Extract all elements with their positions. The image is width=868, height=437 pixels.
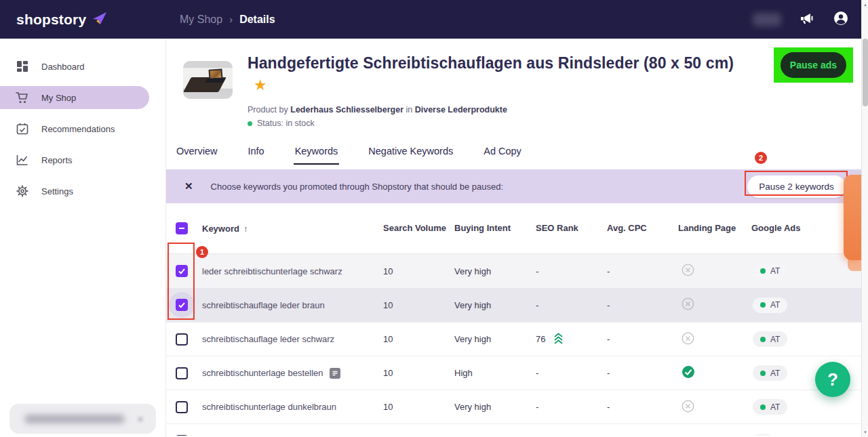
sidebar: Dashboard My Shop [0,39,166,437]
column-header-seo-rank[interactable]: SEO Rank [530,222,601,235]
annotation-step-badge: 2 [755,152,767,164]
table-row[interactable]: schreibtischauflage leder braun 10 Very … [166,288,861,322]
dashboard-icon [16,60,28,73]
blurred-account-text [753,13,781,26]
landing-page-not-connected-icon [682,297,694,312]
scroll-up-icon[interactable]: ▲ [863,3,868,7]
google-ads-badge: AT [753,264,787,279]
table-row[interactable]: schreibtischunterlage dunkelbraun 10 Ver… [166,390,861,423]
breadcrumb-parent[interactable]: My Shop [180,14,222,26]
row-checkbox-checked[interactable] [176,299,188,311]
column-header-buying-intent[interactable]: Buying Intent [449,222,530,235]
sidebar-item-recommendations[interactable]: Recommendations [0,113,165,144]
search-volume-value: 10 [378,266,449,276]
search-volume-value: 10 [378,368,449,378]
row-checkbox-unchecked[interactable] [176,435,188,436]
table-header: Keyword ↑ Search Volume Buying Intent SE… [166,203,861,254]
banner-message: Choose keywords you promoted through Sho… [211,182,503,192]
table-row[interactable]: schreibtischauflage leder schwarz 10 Ver… [166,322,861,356]
pause-keywords-button[interactable]: Pause 2 keywords [747,175,846,198]
tab-ad-copy[interactable]: Ad Copy [482,146,523,165]
select-all-checkbox[interactable] [176,222,188,234]
landing-page-not-connected-icon [682,264,694,278]
breadcrumb-current: Details [239,14,275,26]
green-dot-icon [760,337,766,342]
landing-page-not-connected-icon [682,400,694,415]
sidebar-item-reports[interactable]: Reports [0,144,165,175]
column-header-avg-cpc[interactable]: Avg. CPC [601,222,673,235]
paper-plane-icon [92,11,108,28]
green-dot-icon [760,371,766,376]
row-checkbox-unchecked[interactable] [176,367,188,379]
avg-cpc-value: - [601,368,673,378]
product-seller: Lederhaus Schliesselberger [290,105,403,115]
seo-rank-value: - [530,402,601,412]
row-checkbox-checked[interactable] [176,265,188,277]
megaphone-icon[interactable] [799,11,815,28]
gear-icon [16,185,28,198]
seo-rank-value: 76 [536,334,545,344]
sidebar-item-label: Reports [41,155,73,165]
scroll-down-icon[interactable]: ▼ [863,430,868,434]
sidebar-item-label: Recommendations [41,124,115,134]
column-header-landing-page[interactable]: Landing Page [673,222,746,235]
tab-info[interactable]: Info [246,146,265,165]
google-ads-badge [753,434,773,436]
logo-text: shopstory [16,12,86,28]
keywords-table: Keyword ↑ Search Volume Buying Intent SE… [166,203,861,436]
table-row[interactable] [166,423,861,436]
buying-intent-value: Very high [449,266,530,276]
sidebar-item-label: Dashboard [41,62,85,72]
pause-keywords-banner: ✕ Choose keywords you promoted through S… [166,169,861,203]
sidebar-item-dashboard[interactable]: Dashboard [0,51,165,82]
seo-rank-value: - [530,266,601,276]
chevron-right-icon: › [229,14,233,25]
column-header-keyword[interactable]: Keyword ↑ [197,224,378,234]
page-scrollbar[interactable]: ▲ ▼ [861,0,868,437]
close-icon[interactable]: ✕ [137,415,145,423]
row-checkbox-unchecked[interactable] [176,401,188,413]
tab-overview[interactable]: Overview [175,146,218,165]
pause-ads-button[interactable]: Pause ads [781,52,846,78]
sidebar-item-my-shop[interactable]: My Shop [0,82,165,113]
seo-rank-value: - [530,300,601,310]
buying-intent-value: Very high [449,402,530,412]
blurred-user-chip[interactable]: ✕ [9,404,156,434]
product-byline: Product by Lederhaus Schliesselberger in… [248,105,507,115]
tab-keywords[interactable]: Keywords [294,146,340,165]
google-ads-badge: AT [753,331,787,347]
tab-negative-keywords[interactable]: Negative Keywords [367,146,454,165]
pause-ads-highlight: Pause ads [774,47,853,83]
avg-cpc-value: - [601,334,673,344]
scrollbar-thumb[interactable] [863,39,868,106]
buying-intent-value: Very high [449,300,530,310]
shopstory-logo[interactable]: shopstory [16,11,108,28]
table-row[interactable]: leder schreibtischunterlage schwarz 10 V… [166,254,861,288]
note-icon[interactable] [330,368,340,379]
app-window: shopstory My Shop › Details [0,0,868,437]
feedback-side-tab[interactable] [844,175,861,260]
detail-tabs: Overview Info Keywords Negative Keywords… [175,146,523,165]
avg-cpc-value: - [601,300,673,310]
account-avatar-icon[interactable] [833,10,849,29]
column-header-search-volume[interactable]: Search Volume [378,222,449,235]
green-dot-icon [760,302,766,308]
row-checkbox-unchecked[interactable] [176,333,188,346]
landing-page-connected-icon [682,365,695,381]
annotation-step-badge: 1 [196,246,208,258]
close-icon[interactable]: ✕ [184,180,193,192]
sidebar-item-settings[interactable]: Settings [0,175,165,207]
keyword-text: schreibtischauflage leder braun [202,300,325,310]
table-row[interactable]: schreibtischunterlage bestellen 10 High … [166,356,861,390]
line-chart-icon [16,154,28,167]
avg-cpc-value: - [601,266,673,276]
green-dot-icon [760,404,766,410]
status-dot-icon [248,121,252,126]
shopping-cart-icon [16,91,28,104]
keyword-text: schreibtischauflage leder schwarz [202,334,334,344]
product-thumbnail [183,61,233,99]
google-ads-badge: AT [753,365,787,381]
help-button[interactable]: ? [815,362,850,397]
keyword-text: leder schreibtischunterlage schwarz [202,266,342,276]
keyword-text: schreibtischunterlage bestellen [202,368,323,378]
